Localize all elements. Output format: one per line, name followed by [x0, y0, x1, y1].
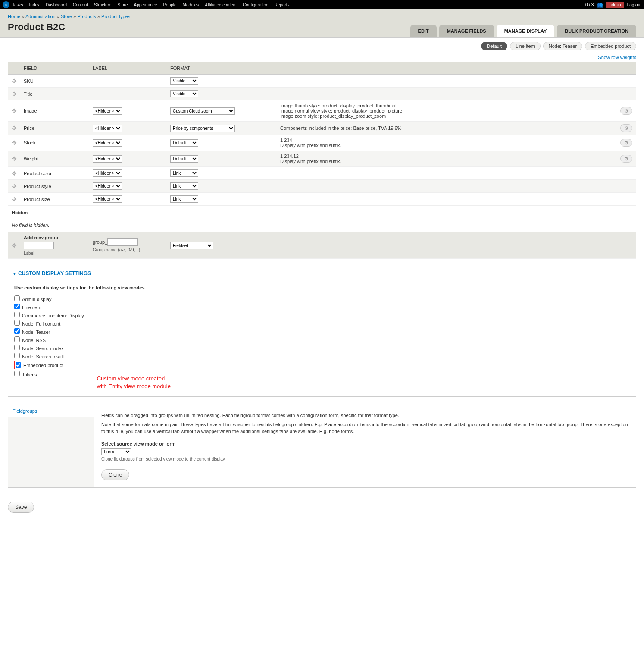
toolbar-item[interactable]: Store [118, 3, 128, 7]
gear-icon[interactable]: ⚙ [620, 155, 632, 163]
view-mode-label: Node: Search index [22, 346, 64, 351]
logout-link[interactable]: Log out [627, 3, 641, 7]
toolbar-item[interactable]: Content [73, 3, 88, 7]
drag-handle-icon[interactable]: ✥ [12, 183, 17, 190]
toolbar-item[interactable]: Reports [275, 3, 290, 7]
view-mode-label: Admin display [22, 297, 51, 302]
display-mode-tab[interactable]: Embedded product [585, 42, 636, 50]
view-mode-checkbox[interactable] [14, 336, 20, 342]
label-select[interactable]: <Hidden> [93, 182, 122, 190]
primary-tab[interactable]: MANAGE DISPLAY [497, 25, 555, 37]
view-mode-label: Embedded product [23, 363, 63, 368]
current-user-badge[interactable]: admin [606, 2, 623, 8]
breadcrumb-item[interactable]: Products [77, 14, 96, 19]
custom-display-settings-fieldset: ▼CUSTOM DISPLAY SETTINGS Use custom disp… [8, 267, 636, 397]
view-mode-checkbox[interactable] [14, 371, 20, 376]
breadcrumb-item[interactable]: Store [61, 14, 72, 19]
drag-handle-icon[interactable]: ✥ [12, 242, 17, 249]
page-header: Home » Administration » Store » Products… [0, 9, 644, 38]
primary-tab[interactable]: MANAGE FIELDS [439, 25, 494, 37]
drag-handle-icon[interactable]: ✥ [12, 170, 17, 177]
view-mode-checkbox[interactable] [16, 362, 21, 368]
drag-handle-icon[interactable]: ✥ [12, 139, 17, 146]
format-select[interactable]: Default [170, 139, 198, 147]
view-mode-item: Node: RSS [14, 336, 84, 343]
toolbar-item[interactable]: Affiliated content [205, 3, 237, 7]
view-mode-checkbox[interactable] [14, 312, 20, 317]
label-select[interactable]: <Hidden> [93, 139, 122, 147]
display-mode-tab[interactable]: Default [481, 42, 507, 50]
display-mode-tab[interactable]: Node: Teaser [543, 42, 582, 50]
toolbar-item[interactable]: Modules [183, 3, 199, 7]
save-button[interactable]: Save [8, 502, 34, 513]
group-label-help: Label [24, 251, 86, 256]
gear-icon[interactable]: ⚙ [620, 139, 632, 147]
format-select[interactable]: Visible [170, 77, 198, 85]
format-summary: Image thumb style: product_display_produ… [277, 100, 617, 122]
label-select[interactable]: <Hidden> [93, 155, 122, 163]
gear-icon[interactable]: ⚙ [620, 124, 632, 132]
format-summary [277, 167, 617, 180]
field-display-table: FIELD LABEL FORMAT ✥SKUVisible✥TitleVisi… [8, 62, 636, 259]
gear-icon[interactable]: ⚙ [620, 107, 632, 115]
toolbar-item[interactable]: Tasks [12, 3, 23, 7]
fieldgroups-source-select[interactable]: Form [101, 448, 131, 455]
drag-handle-icon[interactable]: ✥ [12, 155, 17, 162]
group-label-input[interactable] [24, 242, 54, 249]
view-mode-item: Node: Search index [14, 345, 84, 351]
format-select[interactable]: Default [170, 155, 198, 163]
view-mode-checkbox[interactable] [14, 353, 20, 358]
group-format-select[interactable]: Fieldset [170, 242, 213, 249]
drupal-logo-icon[interactable]: ⌂ [3, 1, 9, 8]
drag-handle-icon[interactable]: ✥ [12, 107, 17, 114]
view-mode-checkbox[interactable] [14, 345, 20, 350]
field-name: Image [20, 100, 89, 122]
primary-tab[interactable]: EDIT [410, 25, 437, 37]
toolbar-item[interactable]: Configuration [243, 3, 268, 7]
view-mode-item: Admin display [14, 295, 84, 302]
field-name: Price [20, 122, 89, 135]
clone-button[interactable]: Clone [101, 469, 129, 480]
view-mode-checkbox[interactable] [14, 304, 20, 309]
drag-handle-icon[interactable]: ✥ [12, 91, 17, 97]
drag-handle-icon[interactable]: ✥ [12, 78, 17, 85]
field-name: SKU [20, 75, 89, 88]
breadcrumb-item[interactable]: Administration [25, 14, 56, 19]
custom-display-title[interactable]: ▼CUSTOM DISPLAY SETTINGS [8, 267, 636, 280]
format-select[interactable]: Custom Cloud zoom [170, 107, 235, 115]
label-select[interactable]: <Hidden> [93, 169, 122, 177]
breadcrumb-item[interactable]: Product types [101, 14, 130, 19]
add-new-group-row: ✥Add new groupLabelgroup_Group name (a-z… [8, 232, 636, 259]
format-select[interactable]: Link [170, 182, 198, 190]
label-select[interactable]: <Hidden> [93, 107, 122, 115]
breadcrumb-item[interactable]: Home [8, 14, 20, 19]
toolbar-item[interactable]: Dashboard [46, 3, 67, 7]
toolbar-item[interactable]: Index [29, 3, 40, 7]
drag-handle-icon[interactable]: ✥ [12, 125, 17, 132]
toolbar-item[interactable]: Appearance [134, 3, 157, 7]
drag-handle-icon[interactable]: ✥ [12, 196, 17, 203]
th-field: FIELD [20, 62, 89, 75]
annotation-text: Custom view mode created with Entity vie… [97, 375, 175, 390]
format-select[interactable]: Price by components [170, 125, 235, 132]
format-select[interactable]: Link [170, 169, 198, 177]
th-format: FORMAT [167, 62, 277, 75]
table-row: ✥Image<Hidden>Custom Cloud zoomImage thu… [8, 100, 636, 122]
toolbar-item[interactable]: People [163, 3, 176, 7]
format-select[interactable]: Visible [170, 90, 198, 97]
fieldgroups-side-tab[interactable]: Fieldgroups [8, 405, 94, 417]
primary-tab[interactable]: BULK PRODUCT CREATION [557, 25, 636, 37]
label-select[interactable]: <Hidden> [93, 125, 122, 132]
table-row: ✥TitleVisible [8, 88, 636, 100]
group-name-input[interactable] [107, 238, 138, 246]
view-mode-checkbox[interactable] [14, 320, 20, 326]
view-mode-checkbox[interactable] [14, 295, 20, 301]
show-row-weights-link[interactable]: Show row weights [598, 55, 636, 60]
format-select[interactable]: Link [170, 195, 198, 203]
view-mode-checkbox[interactable] [14, 328, 20, 334]
toolbar-item[interactable]: Structure [94, 3, 112, 7]
format-summary [277, 88, 617, 100]
view-mode-label: Node: Teaser [22, 329, 50, 335]
label-select[interactable]: <Hidden> [93, 195, 122, 203]
display-mode-tab[interactable]: Line item [510, 42, 541, 50]
